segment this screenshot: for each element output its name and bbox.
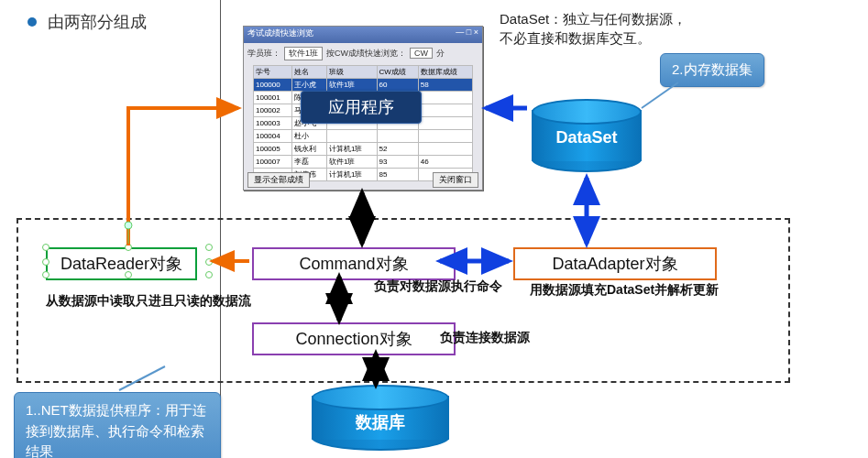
table-header: 姓名 [291, 66, 326, 79]
table-cell: 46 [418, 156, 472, 169]
application-tag: 应用程序 [301, 91, 422, 124]
table-row[interactable]: 100004杜小 [254, 130, 473, 143]
table-header: 学号 [254, 66, 292, 79]
box-connection-label: Connection对象 [295, 328, 412, 350]
toolbar-label-cw: 按CW成绩快速浏览： [326, 48, 406, 60]
table-cell [418, 143, 472, 156]
table-header: 班级 [326, 66, 377, 79]
dataset-description: DataSet：独立与任何数据源， 不必直接和数据库交互。 [500, 9, 687, 48]
table-cell: 软件1班 [326, 156, 377, 169]
desc-connection: 负责连接数据源 [440, 328, 530, 347]
box-dataadapter: DataAdapter对象 [513, 247, 717, 280]
window-title: 考试成绩快速浏览 [247, 27, 313, 42]
table-header: 数据库成绩 [418, 66, 472, 79]
desc-command: 负责对数据源执行命令 [374, 277, 502, 296]
table-cell: 100003 [254, 117, 292, 130]
cylinder-dataset-label: DataSet [532, 128, 642, 147]
table-header: CW成绩 [377, 66, 418, 79]
heading-text: 由两部分组成 [48, 11, 147, 33]
cylinder-database-label: 数据库 [312, 411, 449, 433]
box-command: Command对象 [252, 247, 456, 280]
table-cell: 计算机1班 [326, 143, 377, 156]
dataset-desc-line2: 不必直接和数据库交互。 [500, 28, 687, 48]
desc-dataadapter: 用数据源填充DataSet并解析更新 [530, 280, 719, 300]
table-row[interactable]: 100007李磊软件1班9346 [254, 156, 473, 169]
callout-memory-dataset: 2.内存数据集 [660, 53, 764, 87]
table-cell: 软件1班 [326, 79, 377, 92]
desc-datareader: 从数据源中读取只进且只读的数据流 [46, 291, 251, 311]
bullet-dot-icon [27, 17, 37, 27]
table-cell: 93 [377, 156, 418, 169]
window-controls-icon[interactable]: — □ × [456, 27, 478, 42]
callout-memory-dataset-label: 2.内存数据集 [672, 61, 753, 77]
application-tag-label: 应用程序 [328, 96, 394, 118]
window-titlebar: 考试成绩快速浏览 — □ × [244, 27, 482, 43]
table-cell: 李磊 [291, 156, 326, 169]
box-command-label: Command对象 [299, 253, 408, 275]
table-cell [377, 130, 418, 143]
table-cell: 钱永利 [291, 143, 326, 156]
table-cell: 60 [377, 79, 418, 92]
toolbar-label-score: 分 [436, 48, 445, 60]
table-cell: 王小虎 [291, 79, 326, 92]
table-cell: 100000 [254, 79, 292, 92]
table-cell: 杜小 [291, 130, 326, 143]
heading: 由两部分组成 [27, 11, 147, 33]
callout-net-provider: 1..NET数据提供程序：用于连接到数据库、执行命令和检索结果 [14, 392, 221, 458]
table-cell: 100001 [254, 92, 292, 104]
cylinder-database: 数据库 [312, 385, 449, 451]
table-cell: 100007 [254, 156, 292, 169]
table-cell: 100005 [254, 143, 292, 156]
class-combo[interactable]: 软件1班 [284, 47, 323, 60]
table-cell [418, 117, 472, 130]
table-cell: 52 [377, 143, 418, 156]
dataset-desc-line1: DataSet：独立与任何数据源， [500, 9, 687, 28]
close-window-button[interactable]: 关闭窗口 [433, 172, 478, 188]
table-cell [326, 130, 377, 143]
window-toolbar: 学员班： 软件1班 按CW成绩快速浏览： CW 分 [244, 43, 482, 63]
selection-handles [46, 247, 209, 275]
table-cell: 100002 [254, 104, 292, 117]
toolbar-label-class: 学员班： [247, 48, 280, 60]
box-connection: Connection对象 [252, 322, 456, 355]
table-cell [418, 130, 472, 143]
box-dataadapter-label: DataAdapter对象 [552, 253, 677, 275]
table-cell [418, 92, 472, 104]
cylinder-dataset: DataSet [532, 99, 642, 172]
table-cell: 58 [418, 79, 472, 92]
table-cell [418, 104, 472, 117]
table-row[interactable]: 100000王小虎软件1班6058 [254, 79, 473, 92]
window-bottombar: 显示全部成绩 关闭窗口 [247, 172, 478, 188]
callout-net-provider-label: 1..NET数据提供程序：用于连接到数据库、执行命令和检索结果 [26, 402, 206, 458]
show-all-button[interactable]: 显示全部成绩 [247, 172, 310, 188]
table-cell: 100004 [254, 130, 292, 143]
table-row[interactable]: 100005钱永利计算机1班52 [254, 143, 473, 156]
cw-combo[interactable]: CW [410, 48, 433, 59]
